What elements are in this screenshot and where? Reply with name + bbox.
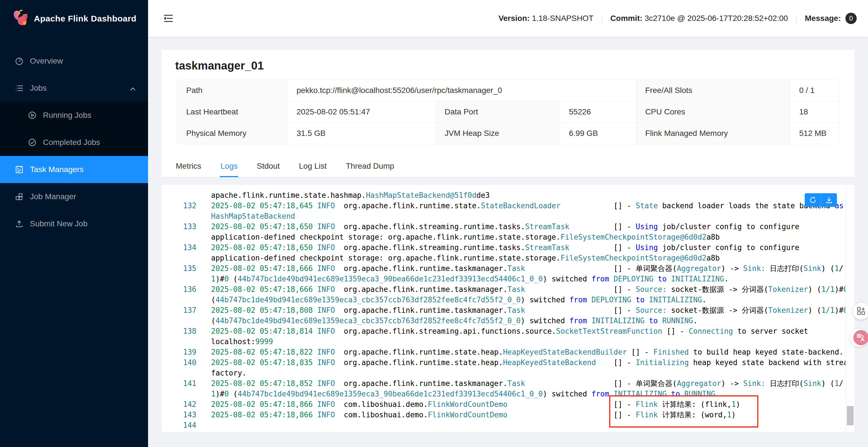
log-text: 2025-08-02 05:47:18,852 INFO org.apache.… — [211, 379, 843, 388]
log-line-140: 1402025-08-02 05:47:18,835 INFO org.apac… — [162, 357, 845, 368]
sidebar-item-submit-new-job[interactable]: Submit New Job — [0, 210, 148, 237]
log-text: 2025-08-02 05:47:18,650 INFO org.apache.… — [211, 243, 799, 252]
log-line-wrap: factory. — [162, 368, 845, 378]
divider: | — [601, 13, 603, 23]
log-text: localhost:9999 — [211, 338, 273, 346]
download-icon — [825, 196, 833, 204]
line-number: 143 — [162, 410, 196, 420]
sidebar-item-completed-jobs[interactable]: Completed Jobs — [0, 129, 148, 156]
sidebar-item-job-manager[interactable]: Job Manager — [0, 183, 148, 210]
sidebar-item-label: Completed Jobs — [43, 138, 100, 147]
sidebar-item-overview[interactable]: Overview — [0, 47, 148, 74]
top-header: Version: 1.18-SNAPSHOT | Commit: 3c2710e… — [148, 0, 868, 37]
flink-squirrel-logo-icon — [12, 8, 28, 29]
info-value: pekko.tcp://flink@localhost:55206/user/r… — [287, 80, 636, 101]
tab-thread-dump[interactable]: Thread Dump — [345, 162, 395, 177]
dashboard-icon — [15, 57, 24, 66]
log-text: apache.flink.runtime.state.hashmap.HashM… — [211, 191, 490, 199]
chevron-up-icon — [128, 85, 135, 92]
tab-logs[interactable]: Logs — [220, 162, 238, 177]
info-label: JVM Heap Size — [435, 123, 560, 144]
version-value: 1.18-SNAPSHOT — [532, 14, 593, 23]
message-count-badge[interactable]: 0 — [845, 13, 857, 24]
sidebar-item-running-jobs[interactable]: Running Jobs — [0, 102, 148, 129]
sidebar-item-label: Jobs — [30, 84, 46, 93]
log-line-132: 1322025-08-02 05:47:18,645 INFO org.apac… — [162, 201, 845, 211]
info-label: Free/All Slots — [636, 80, 790, 101]
log-text: application-defined checkpoint storage: … — [211, 254, 720, 262]
log-line-144: 144 — [162, 420, 845, 430]
sidebar-item-task-managers[interactable]: Task Managers — [0, 156, 148, 183]
info-label: Path — [177, 80, 287, 101]
log-line-138: 1382025-08-02 05:47:18,814 INFO org.apac… — [162, 326, 845, 337]
taskmanager-info-table: Pathpekko.tcp://flink@localhost:55206/us… — [177, 79, 840, 145]
grid-sparkle-icon — [857, 306, 866, 316]
log-line-139: 1392025-08-02 05:47:18,822 INFO org.apac… — [162, 347, 845, 357]
sidebar: Apache Flink Dashboard OverviewJobsRunni… — [0, 0, 148, 447]
log-line-wrap: 1)#0 (44b747bc1de49bd941ec689e1359eca3_9… — [162, 389, 845, 399]
log-line-142: 1422025-08-02 05:47:18,866 INFO com.libo… — [162, 399, 845, 410]
log-line-137: 1372025-08-02 05:47:18,808 INFO org.apac… — [162, 305, 845, 316]
line-number: 133 — [162, 222, 196, 232]
info-label: CPU Cores — [636, 101, 790, 123]
log-line-133: 1332025-08-02 05:47:18,650 INFO org.apac… — [162, 222, 845, 232]
line-number: 141 — [162, 378, 196, 389]
log-text: 2025-08-02 05:47:18,814 INFO org.apache.… — [211, 327, 808, 336]
app-logo-row: Apache Flink Dashboard — [0, 0, 148, 37]
log-text: (44b747bc1de49bd941ec689e1359eca3_cbc357… — [211, 295, 706, 304]
sidebar-item-jobs[interactable]: Jobs — [0, 74, 148, 102]
log-line-wrap: HashMapStateBackend — [162, 211, 845, 222]
log-text: 2025-08-02 05:47:18,835 INFO org.apache.… — [211, 358, 852, 367]
log-viewer-panel[interactable]: apache.flink.runtime.state.hashmap.HashM… — [162, 185, 855, 432]
log-text: 2025-08-02 05:47:18,866 INFO com.liboshu… — [211, 411, 736, 419]
info-label: Last Heartbeat — [177, 101, 287, 123]
info-value: 512 MB — [790, 123, 840, 144]
log-text: 2025-08-02 05:47:18,645 INFO org.apache.… — [211, 201, 844, 210]
log-text: 1)#0 (44b747bc1de49bd941ec689e1359eca3_9… — [211, 390, 720, 398]
download-log-button[interactable] — [821, 193, 837, 207]
commit-label: Commit: — [610, 14, 643, 23]
blocks-icon — [15, 192, 24, 201]
log-line-136: 1362025-08-02 05:47:18,666 INFO org.apac… — [162, 284, 845, 295]
refresh-icon — [809, 196, 817, 204]
log-text: (44b747bc1de49bd941ec689e1359eca3_cbc357… — [211, 316, 698, 325]
log-line-wrap: (44b747bc1de49bd941ec689e1359eca3_cbc357… — [162, 316, 845, 326]
log-text: 2025-08-02 05:47:18,650 INFO org.apache.… — [211, 222, 799, 231]
log-line-wrap: localhost:9999 — [162, 337, 845, 347]
log-text: 2025-08-02 05:47:18,822 INFO org.apache.… — [211, 348, 843, 356]
menu-fold-icon[interactable] — [163, 13, 174, 24]
line-number: 137 — [162, 305, 196, 316]
info-value: 6.99 GB — [560, 123, 636, 144]
log-line-134: 1342025-08-02 05:47:18,650 INFO org.apac… — [162, 243, 845, 253]
sidebar-item-label: Overview — [30, 57, 63, 66]
table-row: Last Heartbeat2025-08-02 05:51:47Data Po… — [177, 101, 840, 123]
taskmanager-card: taskmanager_01 Pathpekko.tcp://flink@loc… — [162, 50, 855, 177]
info-value: 55226 — [560, 101, 636, 123]
sidebar-item-label: Running Jobs — [43, 111, 91, 120]
sidebar-item-label: Task Managers — [30, 165, 84, 174]
tab-log-list[interactable]: Log List — [299, 162, 327, 177]
line-number: 144 — [162, 420, 196, 430]
line-number: 139 — [162, 347, 196, 357]
log-line-141: 1412025-08-02 05:47:18,852 INFO org.apac… — [162, 378, 845, 389]
table-row: Physical Memory31.5 GBJVM Heap Size6.99 … — [177, 123, 840, 144]
line-number: 140 — [162, 357, 196, 368]
log-text: 2025-08-02 05:47:18,866 INFO com.liboshu… — [211, 400, 740, 409]
line-number: 142 — [162, 399, 196, 410]
app-title: Apache Flink Dashboard — [34, 14, 136, 24]
extension-grid-button[interactable] — [853, 302, 868, 320]
info-value: 31.5 GB — [287, 123, 435, 144]
translate-extension-button[interactable] — [853, 330, 868, 345]
info-label: Data Port — [435, 101, 560, 123]
refresh-log-button[interactable] — [805, 193, 821, 207]
scrollbar-thumb[interactable] — [847, 406, 854, 425]
check-circle-icon — [28, 138, 37, 147]
table-row: Pathpekko.tcp://flink@localhost:55206/us… — [177, 80, 840, 101]
info-value: 18 — [790, 101, 840, 123]
log-text: factory. — [211, 369, 246, 377]
tab-metrics[interactable]: Metrics — [175, 162, 202, 177]
tab-stdout[interactable]: Stdout — [256, 162, 280, 177]
log-line-135: 1352025-08-02 05:47:18,666 INFO org.apac… — [162, 263, 845, 274]
task-managers-icon — [15, 165, 24, 174]
sidebar-item-label: Job Manager — [30, 192, 76, 201]
